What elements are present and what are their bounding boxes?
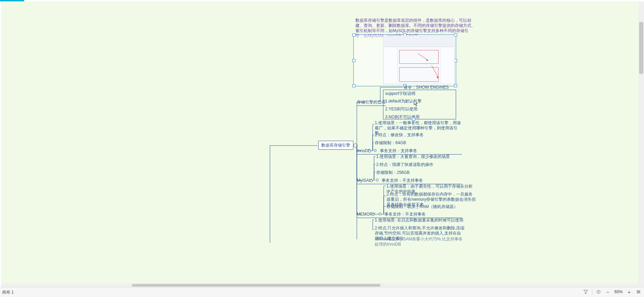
resize-handle-w[interactable]: [352, 59, 355, 62]
innodb-expand-dot[interactable]: [368, 150, 371, 152]
archive-use: 1.使用场景: 在日志和数据量采集的时候可以使用: [375, 218, 463, 223]
target-icon[interactable]: [595, 288, 602, 295]
innodb-dot[interactable]: [374, 149, 376, 152]
progress-bar: [0, 0, 24, 1]
memory-expand-dot[interactable]: [372, 213, 374, 216]
status-bar: 画布 1 − 60% +: [0, 287, 644, 297]
innodb-feature: 2.特点：修改快，支持事务: [375, 132, 424, 138]
root-expand-dot[interactable]: [353, 143, 358, 148]
myisam-expand-dot[interactable]: [370, 179, 373, 182]
support-title: support字段说明: [385, 91, 415, 96]
memory-tx: 事务支持：不支持事务: [384, 212, 426, 217]
filter-icon[interactable]: [582, 288, 589, 295]
resize-handle-nw[interactable]: [352, 33, 355, 37]
mindmap-canvas[interactable]: 数据库存储引擎 数据库存储引擎是数据库底层的组件，是数据库的核心，可以创建、查询: [1, 1, 643, 287]
root-node[interactable]: 数据库存储引擎: [318, 141, 353, 150]
resize-handle-se[interactable]: [454, 84, 457, 87]
view-expand-dot[interactable]: [379, 101, 381, 104]
innodb-node[interactable]: InnoDB 事务支持：支持事务: [357, 148, 462, 155]
resize-handle-sw[interactable]: [352, 84, 355, 87]
memory-dot[interactable]: [379, 212, 381, 215]
horizontal-scroll-thumb[interactable]: [132, 284, 380, 287]
svg-line-2: [432, 66, 439, 78]
view-node[interactable]: 存储引擎的查看: [357, 100, 386, 106]
cursor-icon: [414, 100, 419, 106]
archive-extra: archive表比MyISAM表要小大约75% 比支持事务处理的InnoDB: [375, 237, 464, 247]
zoom-value[interactable]: 60%: [614, 289, 623, 294]
myisam-limit: 存储限制：256GB: [376, 170, 410, 175]
myisam-dot[interactable]: [376, 179, 379, 181]
memory-limit: 存储限制：取决于RAM（随机存储器）: [386, 204, 458, 209]
command-label[interactable]: 命令：SHOW ENGINES: [404, 85, 449, 90]
embedded-screenshot[interactable]: [383, 36, 455, 84]
svg-point-5: [598, 291, 599, 293]
zoom-out-button[interactable]: −: [605, 289, 611, 295]
menu-icon[interactable]: [635, 288, 642, 295]
vertical-scroll-thumb[interactable]: [639, 22, 643, 74]
root-label: 数据库存储引擎: [321, 143, 350, 148]
innodb-limit: 存储限制：64GB: [375, 140, 406, 146]
myisam-feature: 2.特点：强调了快速读取的操作: [376, 162, 433, 167]
vertical-scrollbar[interactable]: [638, 1, 644, 287]
zoom-in-button[interactable]: +: [626, 289, 632, 295]
canvas-label: 画布 1: [2, 290, 14, 295]
myisam-use: 1.使用场景：大量查询，很少修改的场景: [376, 154, 450, 159]
myisam-tx: 事务支持：不支持事务: [382, 178, 423, 183]
support-item2: 2.YES则可以使用: [385, 107, 417, 112]
canvas-tab[interactable]: 画布 1: [2, 289, 14, 295]
separator: [592, 289, 592, 295]
innodb-tx: 事务支持：支持事务: [380, 148, 417, 153]
